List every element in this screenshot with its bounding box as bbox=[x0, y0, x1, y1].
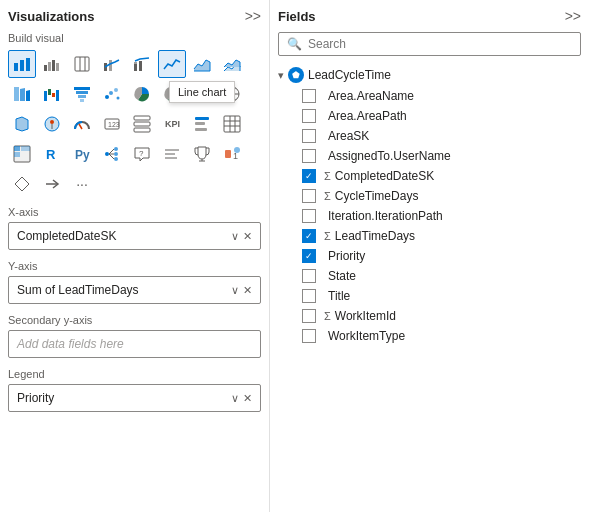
tree-root[interactable]: ▾ ⬟ LeadCycleTime bbox=[278, 64, 581, 86]
svg-rect-45 bbox=[195, 122, 205, 125]
svg-rect-42 bbox=[134, 128, 150, 132]
vis-icon-100-bar[interactable] bbox=[68, 50, 96, 78]
svg-rect-14 bbox=[139, 61, 142, 71]
legend-chevron[interactable]: ∨ bbox=[231, 392, 239, 405]
svg-text:Py: Py bbox=[75, 148, 90, 162]
field-checkbox[interactable] bbox=[302, 169, 316, 183]
x-axis-chevron[interactable]: ∨ bbox=[231, 230, 239, 243]
vis-icon-row-3: 123 KPI bbox=[8, 110, 261, 138]
field-item: ΣCompletedDateSK bbox=[278, 166, 581, 186]
build-visual-label: Build visual bbox=[8, 32, 261, 44]
axis-sections: X-axis CompletedDateSK ∨ ✕ Y-axis Sum of… bbox=[8, 206, 261, 422]
field-checkbox[interactable] bbox=[302, 329, 316, 343]
field-checkbox[interactable] bbox=[302, 149, 316, 163]
vis-icon-gauge[interactable] bbox=[68, 110, 96, 138]
field-checkbox[interactable] bbox=[302, 109, 316, 123]
secondary-y-axis-field[interactable]: Add data fields here bbox=[8, 330, 261, 358]
secondary-y-axis-label: Secondary y-axis bbox=[8, 314, 261, 326]
vis-icon-stacked-bar[interactable] bbox=[8, 50, 36, 78]
field-checkbox[interactable] bbox=[302, 269, 316, 283]
visualizations-expand-icon[interactable]: >> bbox=[245, 8, 261, 24]
vis-icon-multirow-card[interactable] bbox=[128, 110, 156, 138]
vis-icon-arrow[interactable] bbox=[38, 170, 66, 198]
x-axis-close[interactable]: ✕ bbox=[243, 230, 252, 243]
legend-section: Legend Priority ∨ ✕ bbox=[8, 368, 261, 412]
field-checkbox[interactable] bbox=[302, 309, 316, 323]
field-checkbox[interactable] bbox=[302, 209, 316, 223]
field-checkbox[interactable] bbox=[302, 189, 316, 203]
vis-icon-custom[interactable]: 1 bbox=[218, 140, 246, 168]
field-checkbox[interactable] bbox=[302, 249, 316, 263]
vis-icon-card[interactable]: 123 bbox=[98, 110, 126, 138]
svg-point-25 bbox=[114, 88, 118, 92]
legend-label: Legend bbox=[8, 368, 261, 380]
field-name: CompletedDateSK bbox=[335, 169, 434, 183]
legend-field[interactable]: Priority ∨ ✕ bbox=[8, 384, 261, 412]
vis-icon-scatter[interactable] bbox=[98, 80, 126, 108]
vis-icon-python[interactable]: Py bbox=[68, 140, 96, 168]
legend-icons: ∨ ✕ bbox=[231, 392, 252, 405]
svg-rect-4 bbox=[48, 62, 51, 71]
vis-icon-qna[interactable]: ? bbox=[128, 140, 156, 168]
vis-icon-r-visual[interactable]: R bbox=[38, 140, 66, 168]
svg-text:?: ? bbox=[139, 149, 144, 158]
vis-icon-trophy[interactable] bbox=[188, 140, 216, 168]
vis-icon-line-stacked[interactable] bbox=[128, 50, 156, 78]
vis-icon-matrix[interactable] bbox=[8, 140, 36, 168]
vis-icon-stacked-area[interactable] bbox=[218, 50, 246, 78]
vis-icon-azure-map[interactable] bbox=[38, 110, 66, 138]
field-checkbox[interactable] bbox=[302, 129, 316, 143]
svg-rect-1 bbox=[20, 60, 24, 71]
vis-icon-line-chart[interactable]: Line chart bbox=[158, 50, 186, 78]
vis-icon-waterfall[interactable] bbox=[38, 80, 66, 108]
legend-close[interactable]: ✕ bbox=[243, 392, 252, 405]
x-axis-section: X-axis CompletedDateSK ∨ ✕ bbox=[8, 206, 261, 250]
vis-icon-kpi[interactable]: KPI bbox=[158, 110, 186, 138]
svg-rect-16 bbox=[48, 89, 51, 95]
field-item: ΣCycleTimeDays bbox=[278, 186, 581, 206]
secondary-y-axis-placeholder: Add data fields here bbox=[17, 337, 124, 351]
field-name: Priority bbox=[328, 249, 365, 263]
field-checkbox[interactable] bbox=[302, 289, 316, 303]
fields-title: Fields bbox=[278, 9, 316, 24]
vis-icon-clustered-bar[interactable] bbox=[38, 50, 66, 78]
svg-point-26 bbox=[117, 97, 120, 100]
vis-icon-pie[interactable] bbox=[128, 80, 156, 108]
vis-icon-more[interactable]: ··· bbox=[68, 170, 96, 198]
y-axis-close[interactable]: ✕ bbox=[243, 284, 252, 297]
svg-rect-17 bbox=[52, 93, 55, 97]
search-input[interactable] bbox=[308, 37, 572, 51]
svg-point-59 bbox=[114, 147, 118, 151]
fields-expand-icon[interactable]: >> bbox=[565, 8, 581, 24]
field-checkbox[interactable] bbox=[302, 229, 316, 243]
vis-icon-area-chart[interactable] bbox=[188, 50, 216, 78]
vis-icon-funnel[interactable] bbox=[68, 80, 96, 108]
svg-rect-47 bbox=[224, 116, 240, 132]
vis-icon-decomp-tree[interactable] bbox=[98, 140, 126, 168]
vis-icon-diamond[interactable] bbox=[8, 170, 36, 198]
svg-rect-12 bbox=[134, 64, 137, 71]
field-item: Priority bbox=[278, 246, 581, 266]
y-axis-field[interactable]: Sum of LeadTimeDays ∨ ✕ bbox=[8, 276, 261, 304]
field-item: AreaSK bbox=[278, 126, 581, 146]
field-name: LeadTimeDays bbox=[335, 229, 415, 243]
svg-rect-71 bbox=[225, 150, 231, 158]
vis-icon-slicer[interactable] bbox=[188, 110, 216, 138]
svg-line-37 bbox=[79, 124, 82, 129]
x-axis-field[interactable]: CompletedDateSK ∨ ✕ bbox=[8, 222, 261, 250]
search-box[interactable]: 🔍 bbox=[278, 32, 581, 56]
line-chart-tooltip: Line chart bbox=[169, 81, 235, 103]
vis-icon-ribbon[interactable] bbox=[8, 80, 36, 108]
field-checkbox[interactable] bbox=[302, 89, 316, 103]
svg-rect-13 bbox=[134, 62, 137, 64]
vis-icon-line-clustered[interactable] bbox=[98, 50, 126, 78]
vis-icon-filled-map[interactable] bbox=[8, 110, 36, 138]
svg-rect-40 bbox=[134, 116, 150, 120]
vis-icon-table[interactable] bbox=[218, 110, 246, 138]
y-axis-chevron[interactable]: ∨ bbox=[231, 284, 239, 297]
field-sigma-icon: Σ bbox=[324, 190, 331, 202]
vis-icon-smart-narrative[interactable] bbox=[158, 140, 186, 168]
visualizations-title: Visualizations bbox=[8, 9, 94, 24]
field-item: ΣWorkItemId bbox=[278, 306, 581, 326]
svg-rect-18 bbox=[56, 90, 59, 101]
